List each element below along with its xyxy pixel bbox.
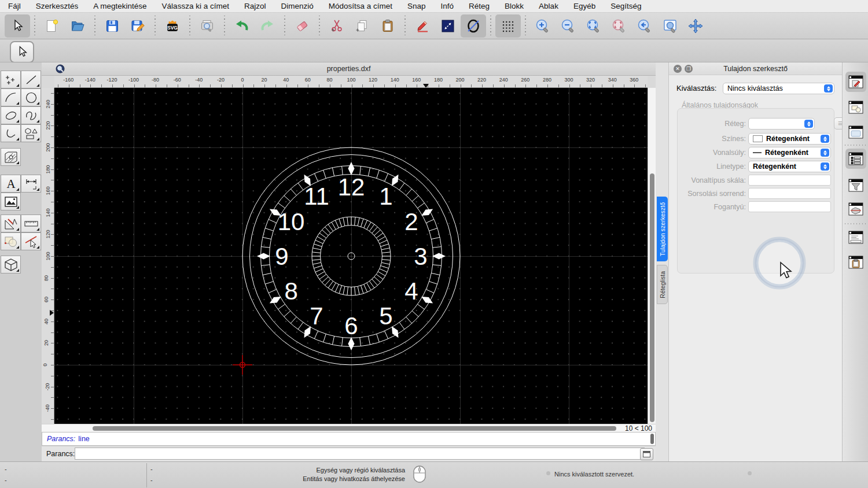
horizontal-scrollbar-thumb[interactable] [93,426,616,431]
filter-panel-button[interactable] [845,175,866,195]
wall-panel-button[interactable] [845,199,866,219]
image-tool-button[interactable] [1,193,21,210]
line-tool-button[interactable] [21,71,41,88]
command-window-panel-button[interactable] [845,227,866,247]
menu-item[interactable]: Blokk [505,2,524,10]
redo-button[interactable] [255,14,280,38]
spline-tool-button[interactable] [21,106,41,124]
tab-property-editor[interactable]: Tulajdon szerkesztő [657,197,668,261]
box3d-tool-button[interactable] [1,256,21,273]
hruler-label: 340 [608,77,617,83]
cad-tools-button[interactable] [1,215,21,232]
field-label: Színes: [722,135,746,143]
menu-item[interactable]: Infó [441,2,454,10]
modify-tool-button[interactable] [1,232,21,250]
save-button[interactable] [100,14,125,38]
hruler-label: 260 [521,77,529,83]
grid-toggle-button[interactable] [495,14,521,38]
copy-button[interactable] [350,14,375,38]
menu-item[interactable]: A megtekintése [93,2,146,10]
shapes-tool-button[interactable] [21,124,41,142]
arc-tool-button[interactable] [1,88,21,106]
menu-item[interactable]: Rajzol [244,2,266,10]
layer-list-panel-button[interactable] [845,149,866,169]
select-button[interactable] [5,14,30,38]
vruler-label: 160 [45,187,51,195]
color-dropdown[interactable]: Rétegenként [748,133,831,145]
command-input[interactable] [75,448,645,460]
menu-item[interactable]: Ablak [539,2,558,10]
save-as-button[interactable] [125,14,150,38]
grid-status: 10 < 100 [625,424,652,432]
menu-item[interactable]: Snap [407,2,426,10]
toolbar-separator [490,16,491,36]
hatch-tool-button[interactable] [1,148,21,166]
document-titlebar[interactable]: properties.dxf [42,62,656,76]
lineweight-dropdown[interactable]: Rétegenként [748,147,831,158]
command-options-button[interactable] [640,448,653,460]
ruler-tool-button[interactable] [21,215,41,232]
cut-button[interactable] [324,14,350,38]
zoom-window-button[interactable] [657,14,683,38]
points-tool-button[interactable] [1,71,21,88]
property-editor-panel-button[interactable] [845,72,866,92]
dimension-tool-button[interactable] [21,175,41,193]
menu-item[interactable]: Segítség [610,2,641,10]
status-indicator-dot [546,471,550,475]
zoom-auto-button[interactable] [581,14,606,38]
menu-item[interactable]: Módosítsa a címet [329,2,392,10]
menu-item[interactable]: Fájl [8,2,21,10]
zoom-previous-button[interactable] [632,14,657,38]
circle-icon [24,91,38,104]
svg-text:12: 12 [338,173,365,201]
tab-layer-list[interactable]: Réteglista [657,265,668,304]
new-file-button[interactable] [39,14,65,38]
zoom-pan-button[interactable] [683,14,708,38]
widgets-panel-button[interactable] [845,122,866,142]
circle-tool-button[interactable] [461,14,486,38]
toolbar-separator [189,16,190,36]
trim-icon [24,235,39,249]
vertical-scrollbar-thumb[interactable] [650,173,654,422]
paste-button[interactable] [375,14,400,38]
hruler-label: -160 [63,77,73,83]
menu-item[interactable]: Válassza ki a címet [162,2,229,10]
zoom-out-button[interactable] [556,14,581,38]
text-tool-button[interactable]: A [1,175,21,193]
svg-export-button[interactable]: SVG [160,14,185,38]
tool-options-bar [0,39,868,62]
zoom-redraw-button[interactable] [606,14,632,38]
horizontal-scrollbar[interactable]: 10 < 100 [42,424,656,432]
handle-field[interactable] [748,201,831,212]
menu-item[interactable]: Egyéb [573,2,595,10]
line-tool-button[interactable] [435,14,461,38]
zoom-in-button[interactable] [530,14,556,38]
polyline-tool-button[interactable] [1,124,21,142]
circle-tool-button[interactable] [21,88,41,106]
undo-button[interactable] [229,14,255,38]
menu-item[interactable]: Szerkesztés [36,2,79,10]
clipboard-panel-button[interactable] [845,252,866,272]
draw-order-field[interactable] [748,188,831,199]
menu-item[interactable]: Réteg [469,2,490,10]
trim-tool-button[interactable] [21,232,41,250]
open-file-button[interactable] [65,14,90,38]
linetype-dropdown[interactable]: Rétegenként [748,161,831,172]
toolbar-separator [34,16,35,36]
select-tool-button[interactable] [10,41,34,63]
menu-item[interactable]: Dimenzió [281,2,313,10]
drawing-canvas[interactable]: 121234567891011 [54,88,648,424]
panel-toggle-strip [842,62,868,461]
linetype-scale-field[interactable] [748,175,831,186]
edit-pencil-button[interactable] [410,14,435,38]
document-title: properties.dxf [42,65,656,73]
delete-button[interactable] [289,14,315,38]
layer-dropdown[interactable] [748,118,815,130]
selection-dropdown[interactable]: Nincs kiválasztás [723,83,834,94]
ellipse-tool-button[interactable] [1,106,21,124]
print-preview-button[interactable] [194,14,220,38]
blocks-panel-button[interactable] [845,97,866,117]
vertical-scrollbar[interactable] [648,88,656,424]
history-scrollbar-thumb[interactable] [650,434,654,444]
svg-text:8: 8 [284,278,297,305]
